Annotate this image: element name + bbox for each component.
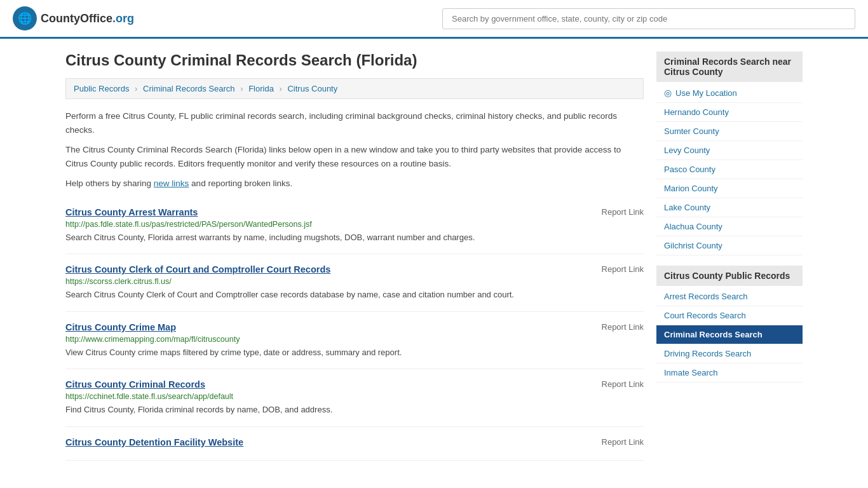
breadcrumb-sep-2: › (240, 84, 243, 93)
sidebar-item-gilchrist[interactable]: Gilchrist County (656, 236, 803, 255)
record-desc-criminal: Find Citrus County, Florida criminal rec… (65, 403, 644, 416)
record-crime-map: Citrus County Crime Map Report Link http… (65, 312, 644, 370)
court-records-link[interactable]: Court Records Search (664, 311, 746, 320)
logo-icon: 🌐 (13, 6, 37, 30)
pasco-county-link[interactable]: Pasco County (664, 165, 715, 174)
sidebar-public-records-title: Citrus County Public Records (656, 266, 803, 286)
sidebar-item-marion[interactable]: Marion County (656, 179, 803, 198)
record-desc-crime-map: View Citrus County crime maps filtered b… (65, 346, 644, 359)
arrest-records-link[interactable]: Arrest Records Search (664, 292, 748, 301)
record-arrest-warrants: Citrus County Arrest Warrants Report Lin… (65, 197, 644, 255)
report-link-clerk[interactable]: Report Link (602, 264, 644, 274)
sidebar-item-sumter[interactable]: Sumter County (656, 122, 803, 141)
record-header-detention: Citrus County Detention Facility Website… (65, 437, 644, 447)
site-header: 🌐 CountyOffice.org (0, 0, 868, 39)
breadcrumb-link-citrus-county[interactable]: Citrus County (287, 84, 337, 93)
alachua-county-link[interactable]: Alachua County (664, 222, 722, 231)
record-detention-facility: Citrus County Detention Facility Website… (65, 427, 644, 461)
sidebar-item-court-records[interactable]: Court Records Search (656, 306, 803, 325)
sidebar-item-hernando[interactable]: Hernando County (656, 103, 803, 122)
record-criminal-records: Citrus County Criminal Records Report Li… (65, 369, 644, 427)
record-title-detention[interactable]: Citrus County Detention Facility Website (65, 437, 243, 447)
driving-records-link[interactable]: Driving Records Search (664, 349, 751, 358)
use-location-link[interactable]: Use My Location (675, 88, 737, 98)
inmate-search-link[interactable]: Inmate Search (664, 368, 718, 377)
sidebar-item-levy[interactable]: Levy County (656, 141, 803, 160)
sidebar-item-pasco[interactable]: Pasco County (656, 160, 803, 179)
logo[interactable]: 🌐 CountyOffice.org (13, 6, 134, 30)
report-link-detention[interactable]: Report Link (602, 437, 644, 447)
record-url-arrest-warrants[interactable]: http://pas.fdle.state.fl.us/pas/restrict… (65, 220, 644, 229)
record-desc-arrest-warrants: Search Citrus County, Florida arrest war… (65, 231, 644, 244)
sidebar: Criminal Records Search near Citrus Coun… (656, 51, 803, 461)
sidebar-public-records-section: Citrus County Public Records Arrest Reco… (656, 266, 803, 383)
record-header-criminal: Citrus County Criminal Records Report Li… (65, 379, 644, 390)
breadcrumb-sep-3: › (280, 84, 282, 93)
main-container: Citrus County Criminal Records Search (F… (53, 39, 815, 473)
hernando-county-link[interactable]: Hernando County (664, 107, 729, 117)
sidebar-item-arrest-records[interactable]: Arrest Records Search (656, 287, 803, 306)
breadcrumb: Public Records › Criminal Records Search… (65, 78, 644, 99)
description-2: The Citrus County Criminal Records Searc… (65, 143, 644, 170)
record-url-crime-map[interactable]: http://www.crimemapping.com/map/fl/citru… (65, 335, 644, 344)
search-bar[interactable] (442, 8, 855, 29)
record-header: Citrus County Arrest Warrants Report Lin… (65, 207, 644, 217)
report-link-arrest-warrants[interactable]: Report Link (602, 207, 644, 217)
search-input[interactable] (442, 8, 855, 29)
record-title-criminal[interactable]: Citrus County Criminal Records (65, 379, 205, 390)
sumter-county-link[interactable]: Sumter County (664, 126, 719, 136)
sidebar-item-lake[interactable]: Lake County (656, 198, 803, 217)
record-desc-clerk: Search Citrus County Clerk of Court and … (65, 288, 644, 301)
sidebar-nearby-section: Criminal Records Search near Citrus Coun… (656, 51, 803, 255)
record-url-clerk[interactable]: https://scorss.clerk.citrus.fl.us/ (65, 277, 644, 286)
breadcrumb-link-criminal-records-search[interactable]: Criminal Records Search (143, 84, 235, 93)
description-1: Perform a free Citrus County, FL public … (65, 109, 644, 137)
levy-county-link[interactable]: Levy County (664, 146, 710, 155)
breadcrumb-sep-1: › (135, 84, 137, 93)
lake-county-link[interactable]: Lake County (664, 203, 710, 212)
content-area: Citrus County Criminal Records Search (F… (65, 51, 644, 461)
sidebar-use-location[interactable]: Use My Location (656, 83, 803, 103)
record-title-clerk[interactable]: Citrus County Clerk of Court and Comptro… (65, 264, 330, 274)
sidebar-item-inmate-search[interactable]: Inmate Search (656, 363, 803, 383)
sidebar-item-alachua[interactable]: Alachua County (656, 217, 803, 236)
new-links-link[interactable]: new links (154, 179, 189, 188)
criminal-records-link[interactable]: Criminal Records Search (664, 330, 763, 339)
breadcrumb-link-florida[interactable]: Florida (248, 84, 274, 93)
sidebar-nearby-title: Criminal Records Search near Citrus Coun… (656, 51, 803, 82)
record-header-crime-map: Citrus County Crime Map Report Link (65, 322, 644, 332)
report-link-criminal[interactable]: Report Link (602, 379, 644, 389)
record-title-arrest-warrants[interactable]: Citrus County Arrest Warrants (65, 207, 198, 217)
record-header-clerk: Citrus County Clerk of Court and Comptro… (65, 264, 644, 274)
logo-text: CountyOffice.org (41, 12, 134, 25)
page-title: Citrus County Criminal Records Search (F… (65, 51, 644, 69)
record-clerk-of-court: Citrus County Clerk of Court and Comptro… (65, 254, 644, 312)
breadcrumb-link-public-records[interactable]: Public Records (74, 84, 129, 93)
gilchrist-county-link[interactable]: Gilchrist County (664, 241, 722, 250)
record-title-crime-map[interactable]: Citrus County Crime Map (65, 322, 176, 332)
sidebar-item-criminal-records[interactable]: Criminal Records Search (656, 325, 803, 344)
report-link-crime-map[interactable]: Report Link (602, 322, 644, 332)
description-3: Help others by sharing new links and rep… (65, 177, 644, 191)
marion-county-link[interactable]: Marion County (664, 184, 718, 193)
sidebar-item-driving-records[interactable]: Driving Records Search (656, 344, 803, 363)
record-url-criminal[interactable]: https://cchinet.fdle.state.fl.us/search/… (65, 392, 644, 401)
